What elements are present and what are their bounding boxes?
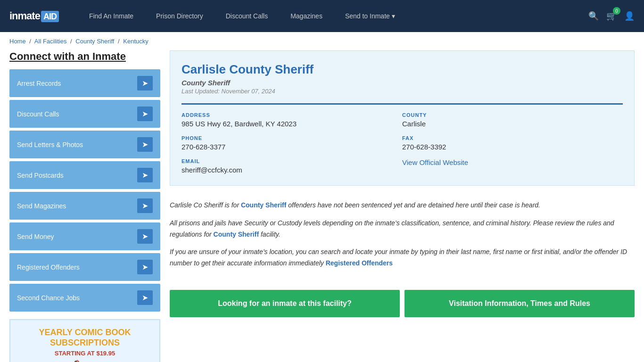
facility-card: Carlisle County Sheriff County Sheriff L…	[170, 50, 635, 186]
fax-value: 270-628-3392	[402, 143, 613, 151]
sidebar-item-send-postcards[interactable]: Send Postcards ➤	[9, 161, 160, 189]
user-icon[interactable]: 👤	[624, 11, 635, 21]
arrow-icon: ➤	[137, 107, 153, 121]
address-value: 985 US Hwy 62, Bardwell, KY 42023	[182, 120, 393, 128]
fax-label: FAX	[402, 135, 613, 141]
nav-discount-calls[interactable]: Discount Calls	[215, 0, 279, 32]
facility-name: Carlisle County Sheriff	[182, 62, 623, 77]
breadcrumb: Home / All Facilities / County Sheriff /…	[0, 32, 644, 50]
ad-title: YEARLY COMIC BOOKSUBSCRIPTIONS	[39, 328, 131, 348]
registered-offenders-link[interactable]: Registered Offenders	[326, 259, 393, 267]
sidebar-item-send-letters[interactable]: Send Letters & Photos ➤	[9, 131, 160, 158]
arrow-icon: ➤	[137, 76, 153, 90]
nav-find-inmate[interactable]: Find An Inmate	[78, 0, 145, 32]
visitation-button[interactable]: Visitation Information, Times and Rules	[405, 290, 635, 317]
main-container: Connect with an Inmate Arrest Records ➤ …	[0, 50, 644, 362]
main-nav: Find An Inmate Prison Directory Discount…	[78, 0, 588, 32]
ad-heroes: 🦸🦇	[66, 360, 103, 362]
facility-type: County Sheriff	[182, 79, 623, 87]
main-content: Carlisle County Sheriff County Sheriff L…	[170, 50, 635, 362]
cart-badge: 0	[613, 7, 620, 15]
address-label: ADDRESS	[182, 112, 393, 118]
sidebar-item-discount-calls[interactable]: Discount Calls ➤	[9, 100, 160, 128]
logo-aid-badge: AID	[41, 11, 59, 22]
logo-inmate-text: inmateAID	[9, 10, 59, 22]
find-inmate-button[interactable]: Looking for an inmate at this facility?	[170, 290, 400, 317]
sidebar-title: Connect with an Inmate	[9, 50, 160, 63]
sidebar-item-send-money[interactable]: Send Money ➤	[9, 222, 160, 250]
address-block: ADDRESS 985 US Hwy 62, Bardwell, KY 4202…	[182, 112, 402, 128]
sidebar-item-registered-offenders[interactable]: Registered Offenders ➤	[9, 253, 160, 281]
sidebar-item-second-chance-jobs[interactable]: Second Chance Jobs ➤	[9, 284, 160, 312]
search-icon[interactable]: 🔍	[588, 11, 599, 21]
email-block: EMAIL sheriff@ccfcky.com	[182, 158, 402, 174]
description-para3: If you are unsure of your inmate’s locat…	[170, 247, 635, 269]
arrow-icon: ➤	[137, 137, 153, 152]
county-label: COUNTY	[402, 112, 613, 118]
nav-magazines[interactable]: Magazines	[279, 0, 334, 32]
cart-icon[interactable]: 🛒 0	[606, 11, 617, 21]
logo[interactable]: inmateAID	[9, 10, 59, 22]
phone-value: 270-628-3377	[182, 143, 393, 151]
breadcrumb-state[interactable]: Kentucky	[123, 38, 148, 45]
main-header: inmateAID Find An Inmate Prison Director…	[0, 0, 644, 32]
phone-label: PHONE	[182, 135, 393, 141]
facility-details-grid: ADDRESS 985 US Hwy 62, Bardwell, KY 4202…	[182, 103, 623, 174]
county-sheriff-link-2[interactable]: County Sheriff	[214, 230, 259, 238]
breadcrumb-all-facilities[interactable]: All Facilities	[34, 38, 67, 45]
nav-send-to-inmate[interactable]: Send to Inmate ▾	[334, 0, 406, 32]
header-icons: 🔍 🛒 0 👤	[588, 11, 635, 21]
facility-description: Carlisle Co Sheriff is for County Sherif…	[170, 195, 635, 280]
county-sheriff-link-1[interactable]: County Sheriff	[241, 201, 286, 209]
arrow-icon: ➤	[137, 290, 153, 305]
phone-block: PHONE 270-628-3377	[182, 135, 402, 151]
arrow-icon: ➤	[137, 168, 153, 182]
ad-subtitle: STARTING AT $19.95	[55, 350, 115, 357]
email-label: EMAIL	[182, 158, 393, 164]
sidebar-item-send-magazines[interactable]: Send Magazines ➤	[9, 192, 160, 220]
email-value: sheriff@ccfcky.com	[182, 166, 393, 174]
county-value: Carlisle	[402, 120, 613, 128]
website-link[interactable]: View Official Website	[402, 158, 468, 166]
arrow-icon: ➤	[137, 198, 153, 213]
fax-block: FAX 270-628-3392	[402, 135, 623, 151]
arrow-icon: ➤	[137, 229, 153, 244]
breadcrumb-home[interactable]: Home	[9, 38, 26, 45]
county-block: COUNTY Carlisle	[402, 112, 623, 128]
sidebar-item-arrest-records[interactable]: Arrest Records ➤	[9, 69, 160, 97]
advertisement-box[interactable]: YEARLY COMIC BOOKSUBSCRIPTIONS STARTING …	[9, 319, 160, 362]
breadcrumb-county-sheriff[interactable]: County Sheriff	[75, 38, 114, 45]
website-block: View Official Website	[402, 158, 623, 174]
description-para2: All prisons and jails have Security or C…	[170, 218, 635, 240]
facility-last-updated: Last Updated: November 07, 2024	[182, 88, 623, 95]
description-para1: Carlisle Co Sheriff is for County Sherif…	[170, 200, 635, 211]
nav-prison-directory[interactable]: Prison Directory	[145, 0, 215, 32]
arrow-icon: ➤	[137, 260, 153, 274]
sidebar: Connect with an Inmate Arrest Records ➤ …	[9, 50, 160, 362]
bottom-buttons: Looking for an inmate at this facility? …	[170, 290, 635, 317]
